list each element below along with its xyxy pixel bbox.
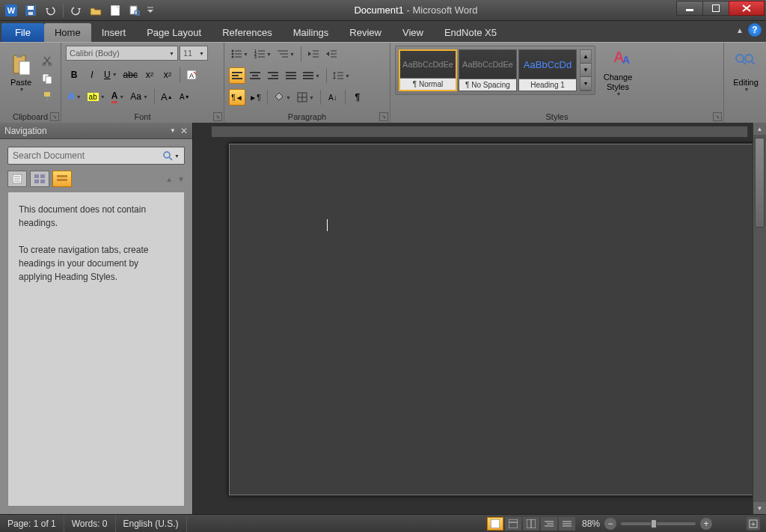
- font-size-combo[interactable]: 11▼: [180, 46, 208, 61]
- tab-insert[interactable]: Insert: [91, 23, 137, 42]
- borders-button[interactable]: ▼: [295, 89, 316, 106]
- nav-next-icon[interactable]: ▼: [177, 175, 185, 183]
- minimize-button[interactable]: [676, 1, 703, 16]
- font-dialog-launcher[interactable]: ↘: [213, 112, 222, 121]
- grow-font-button[interactable]: A▲: [159, 88, 175, 105]
- tab-view[interactable]: View: [392, 23, 434, 42]
- status-page[interactable]: Page: 1 of 1: [0, 515, 64, 532]
- zoom-out-button[interactable]: −: [604, 518, 616, 530]
- increase-indent-button[interactable]: [323, 46, 340, 62]
- tab-home[interactable]: Home: [44, 23, 91, 42]
- distributed-button[interactable]: ▼: [301, 67, 322, 84]
- minimize-ribbon-icon[interactable]: ▲: [736, 26, 744, 34]
- save-icon[interactable]: [22, 2, 39, 19]
- clipboard-dialog-launcher[interactable]: ↘: [50, 112, 59, 121]
- copy-button[interactable]: [39, 70, 55, 87]
- nav-tab-headings[interactable]: [7, 171, 27, 187]
- bold-button[interactable]: B: [66, 67, 82, 83]
- tab-endnote[interactable]: EndNote X5: [434, 23, 507, 42]
- highlight-button[interactable]: ab▼: [85, 88, 108, 105]
- numbering-button[interactable]: 123▼: [252, 46, 274, 62]
- close-button[interactable]: [729, 1, 765, 16]
- clipboard-group-label: Clipboard: [4, 111, 56, 121]
- document-page[interactable]: [229, 144, 766, 495]
- navigation-menu-icon[interactable]: ▼: [170, 127, 176, 134]
- ruler-horizontal[interactable]: [211, 126, 748, 138]
- cut-button[interactable]: [39, 52, 55, 69]
- navigation-search-input[interactable]: Search Document ▼: [7, 147, 185, 165]
- open-icon[interactable]: [88, 2, 104, 19]
- styles-dialog-launcher[interactable]: ↘: [713, 112, 722, 121]
- editing-button[interactable]: Editing▼: [729, 46, 763, 98]
- ltr-direction-button[interactable]: ¶◄: [229, 89, 245, 106]
- nav-tab-results[interactable]: [52, 171, 72, 187]
- change-styles-button[interactable]: AA ChangeStyles▼: [598, 46, 637, 98]
- status-words[interactable]: Words: 0: [64, 515, 116, 532]
- view-full-screen-button[interactable]: [505, 517, 521, 531]
- vertical-scrollbar[interactable]: ▲ ▼: [753, 123, 766, 514]
- gallery-down-button[interactable]: ▼: [580, 64, 591, 77]
- gallery-more-button[interactable]: ▾: [580, 77, 591, 91]
- paste-button[interactable]: Paste ▼: [4, 46, 37, 98]
- bullets-button[interactable]: ▼: [229, 46, 251, 62]
- tab-page-layout[interactable]: Page Layout: [136, 23, 212, 42]
- style-normal[interactable]: AaBbCcDdEe ¶ Normal: [399, 49, 457, 91]
- italic-button[interactable]: I: [84, 67, 100, 83]
- navigation-close-icon[interactable]: ✕: [180, 126, 188, 136]
- shading-button[interactable]: ▼: [272, 89, 293, 106]
- text-effects-button[interactable]: A▼: [66, 88, 84, 105]
- shrink-font-button[interactable]: A▼: [177, 88, 193, 105]
- maximize-button[interactable]: [702, 1, 729, 16]
- nav-prev-icon[interactable]: ▲: [165, 175, 173, 183]
- font-name-combo[interactable]: Calibri (Body)▼: [66, 46, 178, 61]
- svg-rect-79: [40, 174, 45, 178]
- help-icon[interactable]: ?: [748, 23, 762, 37]
- tab-mailings[interactable]: Mailings: [283, 23, 340, 42]
- zoom-in-button[interactable]: +: [700, 518, 712, 530]
- multilevel-list-button[interactable]: ▼: [275, 46, 297, 62]
- sort-button[interactable]: A↓: [325, 89, 341, 106]
- line-spacing-button[interactable]: ▼: [331, 67, 352, 84]
- scroll-thumb[interactable]: [755, 138, 765, 227]
- scroll-up-icon[interactable]: ▲: [753, 123, 766, 135]
- tab-review[interactable]: Review: [339, 23, 392, 42]
- underline-button[interactable]: U▼: [102, 67, 120, 83]
- status-language[interactable]: English (U.S.): [116, 515, 187, 532]
- zoom-value[interactable]: 88%: [582, 519, 600, 529]
- paragraph-dialog-launcher[interactable]: ↘: [379, 112, 388, 121]
- gallery-up-button[interactable]: ▲: [580, 50, 591, 64]
- format-painter-button[interactable]: [39, 88, 55, 105]
- undo-icon[interactable]: [42, 2, 58, 19]
- style-no-spacing[interactable]: AaBbCcDdEe ¶ No Spacing: [459, 49, 517, 91]
- align-left-button[interactable]: [229, 67, 245, 84]
- rtl-direction-button[interactable]: ►¶: [247, 89, 263, 106]
- zoom-fit-button[interactable]: +: [747, 517, 760, 531]
- change-case-button[interactable]: Aa▼: [128, 88, 150, 105]
- view-web-layout-button[interactable]: [523, 517, 539, 531]
- show-marks-button[interactable]: ¶: [349, 89, 366, 106]
- align-center-button[interactable]: [247, 67, 263, 84]
- view-print-layout-button[interactable]: [487, 517, 503, 531]
- scroll-down-icon[interactable]: ▼: [753, 502, 766, 514]
- file-tab[interactable]: File: [1, 23, 44, 42]
- zoom-thumb[interactable]: [651, 519, 657, 528]
- view-draft-button[interactable]: [559, 517, 575, 531]
- clear-formatting-button[interactable]: A: [184, 67, 200, 83]
- subscript-button[interactable]: x2: [141, 67, 158, 83]
- zoom-slider[interactable]: [621, 522, 696, 525]
- font-color-button[interactable]: A▼: [109, 88, 127, 105]
- superscript-button[interactable]: x2: [159, 67, 176, 83]
- print-preview-icon[interactable]: [126, 2, 143, 19]
- word-icon[interactable]: W: [3, 2, 19, 19]
- decrease-indent-button[interactable]: [305, 46, 322, 62]
- qat-customize-icon[interactable]: [146, 2, 155, 19]
- tab-references[interactable]: References: [212, 23, 282, 42]
- style-heading-1[interactable]: AaBbCcDd Heading 1: [518, 49, 577, 91]
- align-right-button[interactable]: [265, 67, 281, 84]
- justify-button[interactable]: [283, 67, 299, 84]
- redo-icon[interactable]: [68, 2, 85, 19]
- strikethrough-button[interactable]: abc: [121, 67, 140, 83]
- nav-tab-pages[interactable]: [30, 171, 49, 187]
- view-outline-button[interactable]: [541, 517, 557, 531]
- new-icon[interactable]: [107, 2, 123, 19]
